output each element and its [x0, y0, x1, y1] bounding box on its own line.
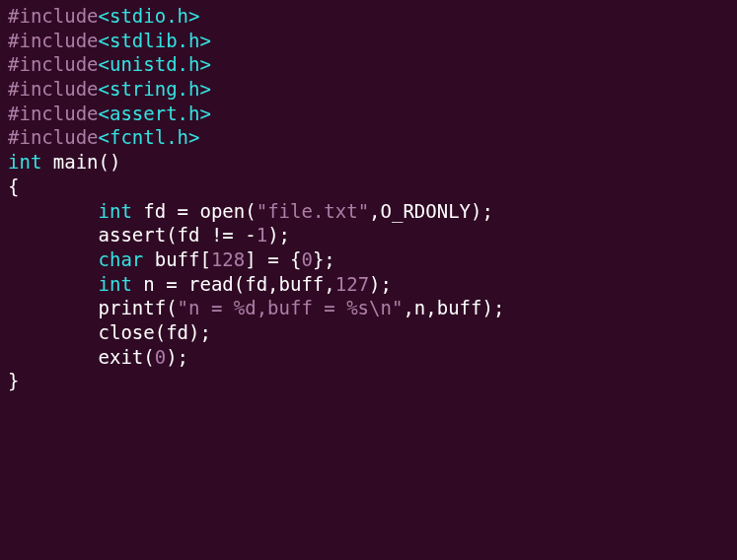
number-literal: 0: [301, 248, 312, 270]
function-name: main: [41, 151, 98, 173]
code-line-buff-decl: char buff[128] = {0};: [8, 247, 729, 272]
open-brace: {: [8, 175, 729, 199]
include-header: <assert.h>: [99, 103, 211, 124]
include-header: <unistd.h>: [99, 53, 211, 75]
include-line-2: #include<stdlib.h>: [8, 29, 729, 53]
type-keyword: int: [99, 273, 132, 295]
number-literal: 1: [257, 224, 267, 245]
type-keyword: int: [99, 200, 132, 222]
code-editor: #include<stdio.h>#include<stdlib.h>#incl…: [8, 4, 729, 393]
number-literal: 0: [155, 346, 166, 368]
code-line-printf: printf("n = %d,buff = %s\n",n,buff);: [8, 296, 729, 320]
include-header: <stdlib.h>: [99, 30, 211, 51]
include-line-1: #include<stdio.h>: [8, 4, 729, 29]
preprocessor-directive: #include: [8, 53, 99, 75]
include-line-3: #include<unistd.h>: [8, 52, 729, 77]
code-line-fd-open: int fd = open("file.txt",O_RDONLY);: [8, 199, 729, 224]
preprocessor-directive: #include: [8, 126, 99, 148]
preprocessor-directive: #include: [8, 103, 99, 124]
include-line-4: #include<string.h>: [8, 77, 729, 102]
parens: (): [99, 151, 121, 173]
code-line-close: close(fd);: [8, 320, 729, 345]
include-header: <stdio.h>: [99, 5, 200, 27]
preprocessor-directive: #include: [8, 5, 99, 27]
return-type: int: [8, 151, 41, 173]
include-header: <fcntl.h>: [99, 126, 200, 148]
include-header: <string.h>: [99, 78, 211, 100]
string-literal: "n = %d,buff = %s\n": [178, 297, 404, 318]
string-literal: "file.txt": [257, 200, 369, 222]
preprocessor-directive: #include: [8, 30, 99, 51]
include-line-5: #include<assert.h>: [8, 102, 729, 126]
code-line-read: int n = read(fd,buff,127);: [8, 272, 729, 297]
number-literal: 127: [335, 273, 369, 295]
close-brace: }: [8, 369, 729, 393]
main-declaration: int main(): [8, 150, 729, 175]
preprocessor-directive: #include: [8, 78, 99, 100]
number-literal: 128: [211, 248, 245, 270]
type-keyword: char: [99, 248, 144, 270]
include-line-6: #include<fcntl.h>: [8, 125, 729, 150]
code-line-assert: assert(fd != -1);: [8, 223, 729, 247]
code-line-exit: exit(0);: [8, 345, 729, 370]
